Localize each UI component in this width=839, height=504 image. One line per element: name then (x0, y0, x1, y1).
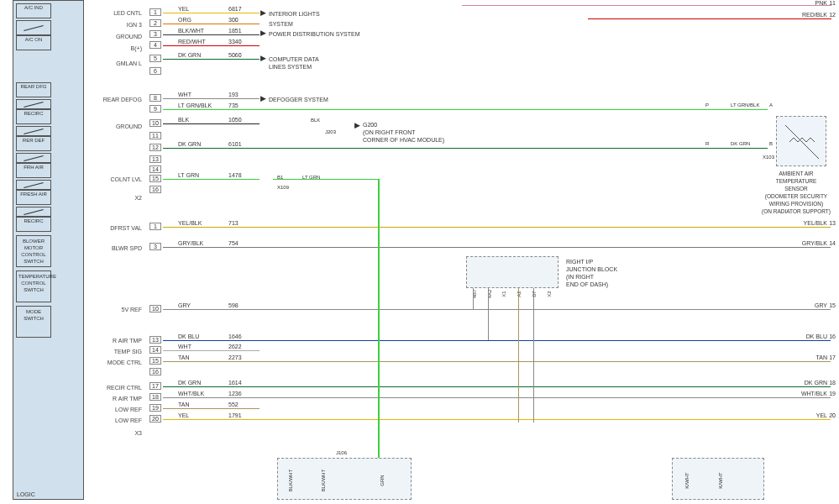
wire-stub-19 (163, 408, 260, 409)
wire-color-15: LT GRN (178, 172, 199, 178)
wire-dkblu (163, 340, 831, 341)
vlbl-grn: GRN (380, 475, 385, 486)
wire-stub-2 (163, 24, 260, 24)
thermistor-icon (777, 117, 827, 167)
sys-interior-lights: INTERIOR LIGHTS (269, 10, 320, 18)
wire-color-20: YEL (178, 412, 189, 418)
pin-blwr-spd: BLWR SPD (112, 245, 142, 251)
lbl-yelblk: YEL/BLK (804, 220, 827, 226)
pin-r-air-tmp: R AIR TMP (113, 338, 142, 344)
lbl-gryblk: GRY/BLK (802, 240, 827, 246)
wire-color-15b: TAN (178, 354, 189, 360)
vlbl-kwht2: K/WHT (718, 472, 723, 488)
num-17: 17 (829, 354, 836, 360)
num-18: 18 (829, 380, 836, 386)
pin-ground2: GROUND (116, 123, 142, 129)
pin-num-20: 20 (149, 415, 161, 423)
pin-low-ref: LOW REF (115, 407, 142, 412)
wire-color-14b: WHT (178, 344, 191, 349)
wire-color-12: DK GRN (178, 141, 201, 147)
pin-mode-ctrl: MODE CTRL (107, 360, 142, 365)
wire-color-8: WHT (178, 92, 191, 97)
num-redblk: 12 (829, 12, 836, 18)
lbl-redblk: RED/BLK (802, 12, 827, 18)
pin-num-3b: 3 (149, 243, 161, 250)
num-16: 16 (829, 333, 836, 339)
pin-num-3: 3 (149, 30, 161, 38)
pin-led-cntl: LED CNTL (113, 10, 142, 16)
wire-code-2: 300 (228, 17, 239, 23)
jstub (473, 288, 474, 309)
lbl-x109: X109 (277, 185, 289, 190)
lbl-g200: G200 (ON RIGHT FRONT CORNER OF HVAC MODU… (363, 121, 444, 144)
wire-code-8: 193 (228, 92, 239, 97)
wire-code-12: 6101 (228, 141, 242, 147)
pin-num-13: 13 (149, 155, 161, 163)
pin-num-2: 2 (149, 19, 161, 27)
switch-rear-dfg: REAR DFG (16, 82, 51, 97)
wire-gryblk (163, 247, 831, 248)
wire-stub-1 (163, 13, 260, 13)
jstub (533, 288, 534, 423)
lbl-j106: J106 (336, 450, 347, 455)
wire-stub-10 (163, 123, 260, 124)
wire-code-4: 3340 (228, 39, 242, 45)
switch-symbol (16, 180, 51, 190)
wire-color-13b: DK BLU (178, 333, 199, 339)
pin-dfrst-val: DFRST VAL (110, 225, 142, 231)
pin-x3: X3 (134, 430, 142, 436)
wire-color-17: DK GRN (178, 380, 201, 386)
right-ip-junction-block (466, 256, 558, 288)
wire-tan (163, 361, 831, 362)
pin-gmlan: GMLAN L (116, 60, 142, 66)
wire-color-4: RED/WHT (178, 39, 206, 45)
wire-stub-4 (163, 45, 260, 46)
pin-num-11: 11 (149, 132, 161, 139)
lbl-a: A (769, 102, 773, 108)
wire-color-3b: GRY/BLK (178, 240, 203, 246)
num-14: 14 (829, 240, 836, 246)
jpin-x1: X1 (501, 291, 506, 297)
switch-symbol (16, 126, 51, 136)
sys-power-dist: POWER DISTRIBUTION SYSTEM (269, 30, 360, 38)
wire-dkgrn-long (163, 148, 768, 149)
pin-x2: X2 (134, 195, 142, 201)
wire-code-14b: 2622 (228, 344, 242, 349)
num-15: 15 (829, 302, 836, 308)
arrow-icon: ▶ (260, 29, 266, 37)
wire-code-1: 6817 (228, 6, 242, 12)
pin-ground: GROUND (116, 34, 142, 39)
conn-j203: J203 (325, 129, 336, 134)
switch-symbol (16, 20, 51, 35)
pin-num-16: 16 (149, 186, 161, 193)
pin-num-10: 10 (149, 119, 161, 127)
wire-code-3: 1851 (228, 28, 242, 34)
num-19: 19 (829, 391, 836, 396)
wire-code-19: 552 (228, 402, 239, 407)
wire-code-10b: 598 (228, 302, 239, 308)
pin-5v-ref: 5V REF (121, 307, 142, 312)
wire-code-15: 1478 (228, 172, 242, 178)
pin-num-15b: 15 (149, 357, 161, 365)
lbl-dkgrn-r: DK GRN (731, 141, 750, 146)
switch-frh-air: FRH AIR (16, 163, 51, 178)
wire-stub-14b (163, 350, 260, 351)
switch-symbol (16, 207, 51, 217)
num-pnk: 11 (829, 0, 836, 6)
pin-num-10b: 10 (149, 305, 161, 312)
wire-redblk (588, 18, 831, 19)
sys-computer-data: COMPUTER DATA LINES SYSTEM (269, 55, 319, 71)
vlbl-blkwht2: BLK/WHT (321, 470, 326, 492)
arrow-icon: ▶ (354, 121, 360, 129)
wire-stub-3 (163, 34, 260, 35)
wire-ltgrnblk-long (163, 109, 768, 110)
pin-r-air-tmp2: R AIR TMP (113, 396, 142, 402)
pin-num-13b: 13 (149, 336, 161, 344)
wire-code-10: 1050 (228, 117, 242, 123)
switch-fresh-air: FRESH AIR (16, 190, 51, 205)
mode-switch: MODE SWITCH (16, 306, 51, 338)
wire-code-13b: 1646 (228, 333, 242, 339)
pin-temp-sig: TEMP SIG (114, 349, 142, 354)
sys-defogger: DEFOGGER SYSTEM (269, 96, 328, 103)
wire-stub-8 (163, 98, 260, 99)
